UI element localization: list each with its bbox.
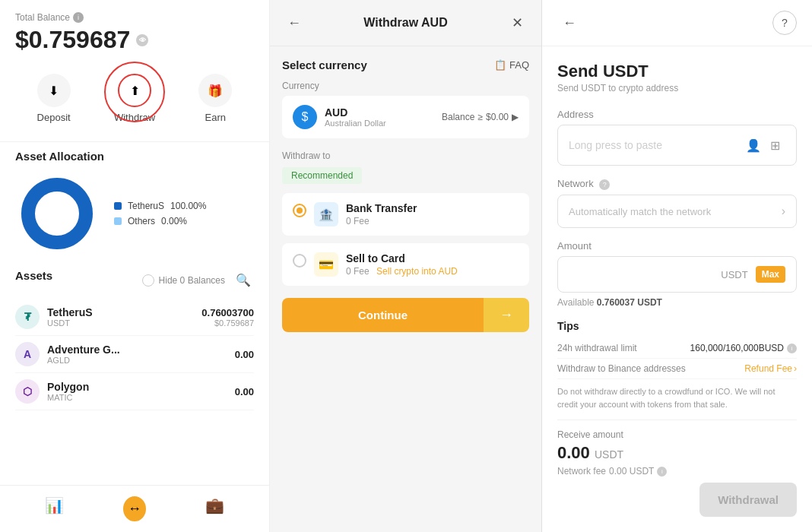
asset-row: ⬡ Polygon MATIC 0.00	[15, 373, 254, 410]
select-currency-label: Select currency	[282, 59, 367, 71]
faq-button[interactable]: 📋 FAQ	[494, 59, 529, 71]
legend-dot-blue	[114, 202, 122, 210]
tip-warning: Do not withdraw directly to a crowdfund …	[557, 385, 797, 410]
legend-item-tetherus: TetheruS 100.00%	[114, 201, 206, 211]
earn-button[interactable]: 🎁 Earn	[186, 68, 244, 129]
nav-wallet-button[interactable]: 💼	[196, 493, 233, 524]
withdraw-to-label: Withdraw to	[282, 150, 529, 161]
receive-amount: 0.00 USDT	[557, 443, 797, 463]
sell-to-card-radio[interactable]	[293, 254, 306, 268]
chevron-right-icon: ›	[794, 363, 797, 374]
asset-amounts-usdt: 0.76003700 $0.759687	[201, 307, 254, 328]
scan-qr-icon[interactable]: ⊞	[764, 135, 785, 156]
middle-panel-title: Withdraw AUD	[363, 16, 447, 30]
network-chevron-icon: ›	[782, 204, 785, 218]
send-subtitle: Send USDT to crypto address	[557, 83, 797, 93]
asset-logo-matic: ⬡	[15, 379, 40, 404]
max-button[interactable]: Max	[756, 266, 785, 283]
wallet-icon: 💼	[205, 496, 224, 515]
faq-icon: 📋	[494, 59, 506, 71]
nav-charts-button[interactable]: 📊	[36, 493, 73, 524]
sell-to-card-icon: 💳	[314, 252, 338, 277]
svg-point-1	[42, 198, 72, 229]
withdraw-label: Withdraw	[114, 112, 155, 123]
asset-allocation-title: Asset Allocation	[15, 150, 254, 163]
contact-book-icon[interactable]: 👤	[743, 135, 764, 156]
currency-name: Australian Dollar	[325, 119, 386, 128]
help-button[interactable]: ?	[772, 11, 797, 35]
sell-crypto-link[interactable]: Sell crypto into AUD	[376, 266, 458, 277]
assets-header: Assets Hide 0 Balances 🔍	[15, 269, 254, 291]
deposit-icon: ⬇	[37, 74, 71, 107]
network-label: Network ?	[557, 178, 797, 190]
bank-transfer-name: Bank Transfer	[346, 202, 519, 214]
back-button[interactable]: ←	[282, 11, 306, 35]
amount-currency: USDT	[721, 269, 747, 280]
refund-fee-link[interactable]: Refund Fee ›	[744, 363, 797, 374]
currency-code: AUD	[325, 106, 386, 119]
legend-item-others: Others 0.00%	[114, 216, 206, 226]
asset-info-matic: Polygon MATIC	[47, 381, 227, 402]
assets-title: Assets	[15, 269, 52, 282]
network-fee-text: Network fee 0.00 USDT i	[557, 466, 797, 477]
asset-amounts-agld: 0.00	[235, 349, 254, 360]
currency-field-label: Currency	[282, 81, 529, 91]
asset-info-usdt: TetheruS USDT	[47, 306, 194, 328]
asset-logo-usdt: ₮	[15, 305, 40, 329]
transfer-icon: ↔	[123, 496, 146, 521]
allocation-content: TetheruS 100.00% Others 0.00%	[15, 172, 254, 255]
right-bottom: Withdrawal	[542, 517, 812, 532]
action-buttons: ⬇ Deposit ⬆ Withdraw 🎁 Earn	[0, 60, 269, 141]
radio-dot	[297, 207, 303, 214]
tips-section: Tips 24h withdrawal limit 160,000/160,00…	[557, 320, 797, 410]
fee-info-icon[interactable]: i	[657, 467, 667, 477]
recommended-badge: Recommended	[282, 167, 362, 184]
right-back-button[interactable]: ←	[557, 11, 582, 35]
middle-panel-content: Select currency 📋 FAQ Currency $ AUD Aus…	[270, 46, 541, 532]
deposit-label: Deposit	[37, 112, 71, 123]
continue-arrow-button[interactable]: →	[484, 298, 529, 332]
earn-label: Earn	[205, 112, 226, 123]
middle-panel-header: ← Withdraw AUD ✕	[270, 0, 541, 46]
address-placeholder: Long press to paste	[569, 139, 743, 151]
asset-logo-agld: A	[15, 342, 40, 366]
bottom-nav: 📊 ↔ 💼	[0, 485, 269, 532]
sell-to-card-option[interactable]: 💳 Sell to Card 0 Fee Sell crypto into AU…	[282, 243, 529, 286]
assets-search-button[interactable]: 🔍	[233, 270, 254, 291]
select-currency-header: Select currency 📋 FAQ	[282, 59, 529, 71]
sell-to-card-name: Sell to Card	[346, 252, 519, 264]
receive-section: Receive amount 0.00 USDT Network fee 0.0…	[557, 420, 797, 477]
middle-panel: ← Withdraw AUD ✕ Select currency 📋 FAQ C…	[270, 0, 542, 532]
total-balance-amount: $0.759687 👁	[15, 26, 254, 54]
close-button[interactable]: ✕	[505, 11, 529, 35]
receive-label: Receive amount	[557, 429, 797, 440]
continue-button[interactable]: Continue	[282, 298, 484, 332]
withdraw-button[interactable]: ⬆ Withdraw	[102, 68, 167, 129]
asset-row: A Adventure G... AGLD 0.00	[15, 336, 254, 373]
currency-selector[interactable]: $ AUD Australian Dollar Balance ≥ $0.00 …	[282, 96, 529, 138]
right-panel-content: Send USDT Send USDT to crypto address Ad…	[542, 46, 812, 517]
hide-balances-toggle[interactable]: Hide 0 Balances	[142, 274, 225, 287]
withdrawal-button[interactable]: Withdrawal	[699, 483, 797, 517]
network-selector[interactable]: Automatically match the network ›	[557, 195, 797, 228]
address-field: Long press to paste 👤 ⊞	[557, 125, 797, 166]
balance-eye-icon[interactable]: 👁	[136, 34, 148, 46]
bank-transfer-radio[interactable]	[293, 204, 306, 217]
deposit-button[interactable]: ⬇ Deposit	[25, 68, 83, 129]
tip-info-icon[interactable]: i	[787, 344, 797, 353]
currency-chevron-icon: ▶	[512, 112, 519, 122]
tip-row-binance: Withdraw to Binance addresses Refund Fee…	[557, 359, 797, 379]
balance-info-icon[interactable]: i	[73, 12, 84, 23]
amount-field: USDT Max	[557, 256, 797, 293]
bank-transfer-option[interactable]: 🏦 Bank Transfer 0 Fee	[282, 193, 529, 236]
allocation-legend: TetheruS 100.00% Others 0.00%	[114, 201, 206, 226]
network-info-icon[interactable]: ?	[599, 179, 610, 190]
nav-transfer-button[interactable]: ↔	[114, 493, 155, 524]
hide-balances-checkbox[interactable]	[142, 274, 154, 287]
amount-label: Amount	[557, 240, 797, 252]
withdraw-icon: ⬆	[118, 74, 151, 107]
network-placeholder: Automatically match the network	[569, 206, 711, 217]
asset-amounts-matic: 0.00	[235, 386, 254, 397]
asset-info-agld: Adventure G... AGLD	[47, 344, 227, 365]
address-label: Address	[557, 109, 797, 120]
